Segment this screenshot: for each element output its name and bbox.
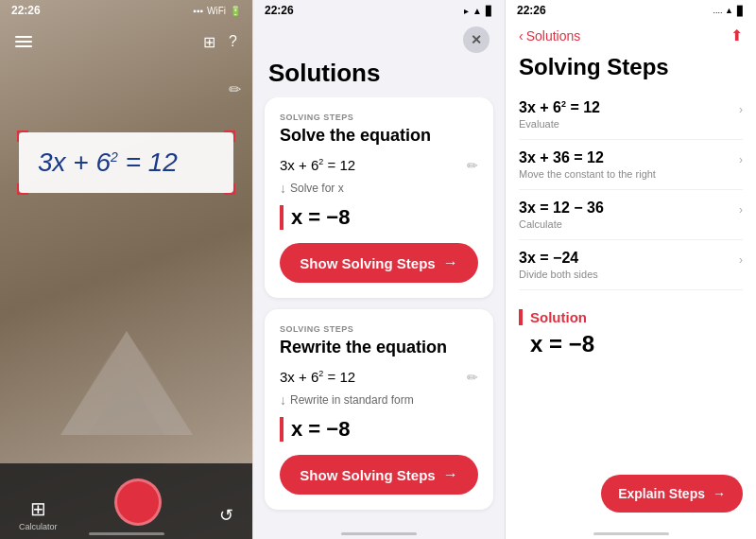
explain-steps-button[interactable]: Explain Steps → xyxy=(601,475,743,513)
pencil-icon[interactable]: ✏ xyxy=(229,80,241,98)
step-item-4: 3x = −24 Divide both sides › xyxy=(519,240,743,290)
step-item-1: 3x + 62 = 12 Evaluate › xyxy=(519,90,743,140)
toolbar-right: ⊞ ? xyxy=(203,33,237,51)
step-eq-row-2: 3x + 36 = 12 Move the constant to the ri… xyxy=(519,149,743,180)
arrow-down-icon-1: ↓ xyxy=(280,181,286,196)
wifi-icon-solutions: ▲ xyxy=(472,6,482,16)
status-bar-solutions: 22:26 ▸ ▲ ▊ xyxy=(253,0,505,21)
explain-steps-label: Explain Steps xyxy=(618,486,705,501)
chevron-down-icon-1[interactable]: › xyxy=(739,103,743,116)
steps-navigation: ‹ Solutions ⬆ xyxy=(506,21,756,50)
arrow-right-icon-2: → xyxy=(443,466,458,483)
chevron-down-icon-3[interactable]: › xyxy=(739,203,743,217)
camera-background xyxy=(0,0,252,539)
arrow-right-explain-icon: → xyxy=(713,486,726,501)
step-eq-row-3: 3x = 12 − 36 Calculate › xyxy=(519,200,743,230)
solution-card-1: SOLVING STEPS Solve the equation 3x + 62… xyxy=(265,97,493,298)
camera-bottom-bar: ⊞ Calculator ↺ xyxy=(0,463,252,539)
corner-tl xyxy=(17,130,28,142)
solution-card-2: SOLVING STEPS Rewrite the equation 3x + … xyxy=(265,309,493,510)
calculator-label: Calculator xyxy=(19,522,58,531)
card1-equation: 3x + 62 = 12 xyxy=(280,157,355,173)
card1-eq-row: 3x + 62 = 12 ✏ xyxy=(280,157,478,173)
card2-equation: 3x + 62 = 12 xyxy=(280,369,355,385)
home-indicator xyxy=(89,532,164,535)
card1-title: Solve the equation xyxy=(280,126,478,146)
home-indicator-solutions xyxy=(341,532,417,535)
wifi-icon: WiFi xyxy=(207,6,226,16)
status-icons: ▪▪▪ WiFi 🔋 xyxy=(193,6,241,16)
menu-icon[interactable] xyxy=(15,36,32,47)
undo-button[interactable]: ↺ xyxy=(219,505,233,526)
step-eq-row-1: 3x + 62 = 12 Evaluate › xyxy=(519,99,743,130)
close-button[interactable]: ✕ xyxy=(463,26,490,53)
chevron-down-icon-4[interactable]: › xyxy=(739,253,743,267)
chevron-down-icon-2[interactable]: › xyxy=(739,153,743,166)
steps-title: Solving Steps xyxy=(506,50,756,90)
card2-result: x = −8 xyxy=(280,417,478,442)
corner-br xyxy=(224,183,235,195)
back-label: Solutions xyxy=(526,28,581,43)
card1-pencil-icon[interactable]: ✏ xyxy=(467,158,478,173)
step-desc-1: Evaluate xyxy=(519,118,600,130)
card2-solve-row: ↓ Rewrite in standard form xyxy=(280,392,478,408)
step-eq-2: 3x + 36 = 12 xyxy=(519,149,656,166)
card2-eq-row: 3x + 62 = 12 ✏ xyxy=(280,369,478,385)
show-steps-label-1: Show Solving Steps xyxy=(300,255,435,271)
status-bar: 22:26 ▪▪▪ WiFi 🔋 xyxy=(0,0,252,21)
help-icon[interactable]: ? xyxy=(229,33,237,50)
camera-toolbar: ⊞ ? xyxy=(0,21,252,62)
show-steps-btn-2[interactable]: Show Solving Steps → xyxy=(280,455,478,495)
card2-pencil-icon[interactable]: ✏ xyxy=(467,370,478,385)
arrow-down-icon-2: ↓ xyxy=(280,392,286,408)
card2-label: SOLVING STEPS xyxy=(280,324,478,334)
solution-equation: x = −8 xyxy=(519,331,743,357)
time-display-solutions: 22:26 xyxy=(265,4,294,17)
time-display-steps: 22:26 xyxy=(517,4,546,17)
signal-icon: ▪▪▪ xyxy=(193,6,203,16)
calculator-button[interactable]: ⊞ Calculator xyxy=(19,497,58,531)
time-display: 22:26 xyxy=(11,4,41,17)
shutter-button[interactable] xyxy=(114,478,162,526)
camera-panel: 22:26 ▪▪▪ WiFi 🔋 ⊞ ? ✏ 3x + 62 = 12 ⊞ xyxy=(0,0,252,539)
step-desc-3: Calculate xyxy=(519,218,604,230)
steps-panel: 22:26 .... ▲ ▊ ‹ Solutions ⬆ Solving Ste… xyxy=(505,0,756,539)
step-eq-1: 3x + 62 = 12 xyxy=(519,99,600,116)
solutions-panel: 22:26 ▸ ▲ ▊ ✕ Solutions SOLVING STEPS So… xyxy=(252,0,505,539)
card1-label: SOLVING STEPS xyxy=(280,113,478,122)
back-button[interactable]: ‹ Solutions xyxy=(519,28,580,43)
equation-display: 3x + 62 = 12 xyxy=(38,148,215,178)
battery-icon: 🔋 xyxy=(230,6,241,16)
arrow-right-icon-1: → xyxy=(443,254,458,271)
card1-solve-text: Solve for x xyxy=(290,182,344,195)
status-icons-solutions: ▸ ▲ ▊ xyxy=(464,6,493,16)
bottom-controls: ⊞ Calculator ↺ xyxy=(0,463,252,539)
chevron-left-icon: ‹ xyxy=(519,28,524,43)
steps-scroll[interactable]: 3x + 62 = 12 Evaluate › 3x + 36 = 12 Mov… xyxy=(506,90,756,496)
solutions-title: Solutions xyxy=(253,59,505,97)
card2-title: Rewrite the equation xyxy=(280,338,478,357)
card2-solve-text: Rewrite in standard form xyxy=(290,393,414,407)
status-icons-steps: .... ▲ ▊ xyxy=(713,6,745,16)
solutions-scroll[interactable]: SOLVING STEPS Solve the equation 3x + 62… xyxy=(253,97,505,539)
solution-label: Solution xyxy=(519,309,743,325)
battery-icon-solutions: ▊ xyxy=(486,6,493,16)
corner-bl xyxy=(17,183,28,195)
step-eq-row-4: 3x = −24 Divide both sides › xyxy=(519,250,743,280)
battery-icon-steps: ▊ xyxy=(737,6,745,16)
calculator-icon: ⊞ xyxy=(30,497,46,520)
step-eq-4: 3x = −24 xyxy=(519,250,598,267)
step-item-2: 3x + 36 = 12 Move the constant to the ri… xyxy=(519,140,743,190)
step-eq-3: 3x = 12 − 36 xyxy=(519,200,604,217)
show-steps-btn-1[interactable]: Show Solving Steps → xyxy=(280,243,478,283)
status-bar-steps: 22:26 .... ▲ ▊ xyxy=(506,0,756,21)
location-icon: ▸ xyxy=(464,6,469,16)
step-desc-2: Move the constant to the right xyxy=(519,168,656,180)
step-desc-4: Divide both sides xyxy=(519,269,598,280)
share-icon[interactable]: ⬆ xyxy=(730,26,743,44)
solutions-header: ✕ xyxy=(253,21,505,59)
home-indicator-steps xyxy=(593,532,669,535)
step-item-3: 3x = 12 − 36 Calculate › xyxy=(519,190,743,240)
gallery-icon[interactable]: ⊞ xyxy=(203,33,215,51)
card1-result: x = −8 xyxy=(280,205,478,230)
